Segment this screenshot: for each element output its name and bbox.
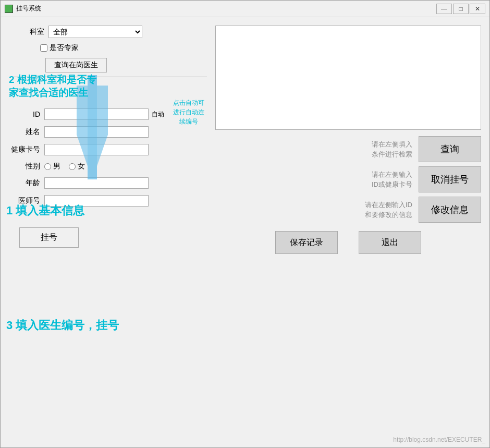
name-input[interactable] <box>44 126 149 138</box>
health-card-input[interactable] <box>44 144 149 155</box>
id-row: ID 自动 点击自动可进行自动连续编号 <box>9 108 207 120</box>
window-title: 挂号系统 <box>16 4 436 13</box>
main-window: 挂号系统 — □ ✕ 科室 全部 内科 外科 儿科 妇科 <box>0 0 490 448</box>
female-label: 女 <box>78 162 85 171</box>
male-label: 男 <box>53 162 60 171</box>
annotation-step2-line2: 家查找合适的医生 <box>9 87 88 98</box>
register-button[interactable]: 挂号 <box>19 227 79 248</box>
maximize-button[interactable]: □ <box>453 4 469 14</box>
dept-select[interactable]: 全部 内科 外科 儿科 妇科 <box>48 26 142 38</box>
annotation-step2-line1: 2 根据科室和是否专 <box>9 74 96 85</box>
right-panel: 请在左侧填入条件进行检索 查询 请在左侧输入ID或健康卡号 取消挂号 请在左侧输… <box>215 26 481 439</box>
name-label: 姓名 <box>9 127 40 137</box>
gender-row: 性别 男 女 <box>9 162 207 171</box>
left-panel: 科室 全部 内科 外科 儿科 妇科 是否专家 查询在岗医生 2 根据科 <box>9 26 207 439</box>
title-bar: 挂号系统 — □ ✕ <box>1 1 489 17</box>
dept-row: 科室 全部 内科 外科 儿科 妇科 <box>30 26 207 38</box>
expert-checkbox[interactable] <box>40 44 47 52</box>
male-option[interactable]: 男 <box>44 162 60 171</box>
auto-hint: 点击自动可进行自动连续编号 <box>173 99 204 125</box>
gender-radio-group: 男 女 <box>44 162 85 171</box>
main-content: 科室 全部 内科 外科 儿科 妇科 是否专家 查询在岗医生 2 根据科 <box>1 17 489 447</box>
edit-row: 请在左侧输入ID和要修改的信息 修改信息 <box>215 197 481 223</box>
query-doctor-button[interactable]: 查询在岗医生 <box>45 58 107 72</box>
age-row: 年龄 <box>9 177 207 189</box>
name-row: 姓名 <box>9 126 207 138</box>
title-bar-controls: — □ ✕ <box>436 4 485 14</box>
id-input[interactable] <box>44 108 149 120</box>
cancel-register-button[interactable]: 取消挂号 <box>419 166 481 192</box>
minimize-button[interactable]: — <box>436 4 452 14</box>
watermark: http://blog.csdn.net/EXECUTER_ <box>393 436 485 443</box>
doctor-no-input[interactable] <box>44 195 149 207</box>
dept-label: 科室 <box>30 27 44 37</box>
female-radio[interactable] <box>69 163 76 170</box>
cancel-hint: 请在左侧输入ID或健康卡号 <box>215 169 412 190</box>
cancel-row: 请在左侧输入ID或健康卡号 取消挂号 <box>215 166 481 192</box>
expert-label: 是否专家 <box>50 43 79 53</box>
health-card-label: 健康卡号 <box>9 145 40 154</box>
doctor-no-label: 医师号 <box>9 196 40 205</box>
gender-label: 性别 <box>9 162 40 171</box>
edit-hint: 请在左侧输入ID和要修改的信息 <box>215 200 412 220</box>
doctor-display-area <box>215 26 481 130</box>
save-button[interactable]: 保存记录 <box>275 231 338 254</box>
age-label: 年龄 <box>9 178 40 188</box>
doctor-no-row: 医师号 <box>9 195 207 207</box>
annotation-step3: 3 填入医生编号，挂号 <box>6 319 119 332</box>
app-icon <box>5 5 13 13</box>
male-radio[interactable] <box>44 163 51 170</box>
action-area: 请在左侧填入条件进行检索 查询 请在左侧输入ID或健康卡号 取消挂号 请在左侧输… <box>215 136 481 439</box>
query-hint: 请在左侧填入条件进行检索 <box>215 139 412 160</box>
id-label: ID <box>9 110 40 118</box>
female-option[interactable]: 女 <box>69 162 85 171</box>
exit-button[interactable]: 退出 <box>359 231 421 254</box>
expert-row: 是否专家 <box>40 43 207 53</box>
auto-label: 自动 <box>152 110 164 119</box>
close-button[interactable]: ✕ <box>470 4 485 14</box>
query-row: 请在左侧填入条件进行检索 查询 <box>215 136 481 162</box>
health-card-row: 健康卡号 <box>9 144 207 155</box>
query-button[interactable]: 查询 <box>419 136 481 162</box>
bottom-row: 保存记录 退出 <box>215 231 481 254</box>
edit-info-button[interactable]: 修改信息 <box>419 197 481 223</box>
age-input[interactable] <box>44 177 149 189</box>
